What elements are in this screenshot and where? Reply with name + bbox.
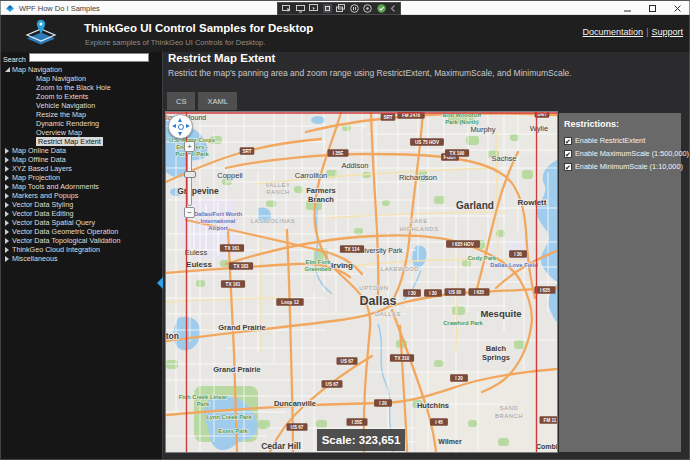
pan-down-icon[interactable] [178, 132, 182, 136]
documentation-link[interactable]: Documentation [583, 27, 644, 37]
minimize-button[interactable] [615, 1, 640, 16]
tree-item-map-tools-and-adornments[interactable]: Map Tools and Adornments [0, 182, 161, 191]
tree-item-map-projection[interactable]: Map Projection [0, 173, 161, 182]
tab-xaml[interactable]: XAML [198, 92, 236, 110]
tree-item-zoom-to-the-black-hole[interactable]: Zoom to the Black Hole [0, 83, 161, 92]
tree-item-markers-and-popups[interactable]: Markers and Popups [0, 191, 161, 200]
tree-item-map-online-data[interactable]: Map Online Data [0, 146, 161, 155]
tree-item-label: Map Projection [12, 173, 60, 182]
map-label-city: Combine [536, 443, 557, 450]
tree-item-label: Dynamic Rendering [36, 119, 99, 128]
map-label-park: Greenbelt [304, 266, 331, 272]
map-label-city: Grapevine [177, 186, 219, 196]
tree-item-zoom-to-extents[interactable]: Zoom to Extents [0, 92, 161, 101]
element-box-icon[interactable] [323, 4, 332, 13]
checkbox-icon[interactable]: ✔ [564, 137, 572, 145]
header-title: ThinkGeo UI Control Samples for Desktop [84, 22, 313, 34]
pan-left-icon[interactable] [172, 124, 176, 128]
tree-item-map-offline-data[interactable]: Map Offline Data [0, 155, 161, 164]
tree-item-map-navigation[interactable]: Map Navigation [0, 65, 161, 74]
collapsed-arrow-icon[interactable] [5, 256, 9, 262]
collapsed-arrow-icon[interactable] [5, 247, 9, 253]
highway-shield-label: I 635 [474, 290, 485, 295]
map-label-city: Rowlett [518, 198, 547, 207]
checkbox-icon[interactable]: ✔ [564, 150, 572, 158]
map-label-neighborhood: VALLEY [265, 182, 290, 188]
zoom-out-button[interactable]: − [184, 207, 195, 218]
pan-control[interactable] [168, 114, 193, 139]
support-link[interactable]: Support [651, 27, 683, 37]
tree-item-label: Zoom to the Black Hole [36, 83, 111, 92]
checkbox-enable-restrictextent[interactable]: ✔Enable RestrictExtent [564, 134, 681, 147]
tab-cs[interactable]: CS [167, 92, 195, 110]
tree-item-miscellaneous[interactable]: Miscellaneous [0, 254, 161, 263]
tree-item-vector-data-editing[interactable]: Vector Data Editing [0, 209, 161, 218]
expanded-arrow-icon[interactable] [5, 67, 10, 72]
zoom-slider-track[interactable] [187, 153, 192, 206]
cursor-window-icon[interactable] [309, 4, 318, 13]
tree-item-xyz-based-layers[interactable]: XYZ Based Layers [0, 164, 161, 173]
highway-shield-label: TX 190 [450, 151, 465, 156]
link-separator: | [646, 27, 648, 37]
checkbox-enable-maximumscale-1-500-000-[interactable]: ✔Enable MaximumScale (1:500,000) [564, 147, 681, 160]
select-element-icon[interactable] [282, 4, 291, 13]
map-view[interactable]: Flower MoundGrapevineCoppellCarrolltonFa… [165, 111, 558, 453]
window-title: WPF How Do I Samples [19, 4, 100, 13]
collapsed-arrow-icon[interactable] [5, 193, 9, 199]
tree-item-vector-data-spatial-query[interactable]: Vector Data Spatial Query [0, 218, 161, 227]
tree-item-label: Restrict Map Extent [36, 137, 103, 146]
tree-item-resize-the-map[interactable]: Resize the Map [0, 110, 161, 119]
collapsed-arrow-icon[interactable] [5, 229, 9, 235]
info-circle-icon[interactable] [363, 4, 372, 13]
cascade-windows-icon[interactable] [336, 4, 345, 13]
collapsed-arrow-icon[interactable] [5, 175, 9, 181]
collapsed-arrow-icon[interactable] [5, 148, 9, 154]
pan-right-icon[interactable] [186, 124, 190, 128]
titlebar: WPF How Do I Samples [0, 0, 690, 15]
maximize-button[interactable] [640, 1, 665, 16]
checkbox-icon[interactable]: ✔ [564, 163, 572, 171]
tree-item-vector-data-styling[interactable]: Vector Data Styling [0, 200, 161, 209]
collapsed-arrow-icon[interactable] [5, 211, 9, 217]
collapsed-arrow-icon[interactable] [5, 238, 9, 244]
map-label-city: Garland [456, 200, 494, 211]
collapsed-arrow-icon[interactable] [5, 202, 9, 208]
pause-circle-icon[interactable] [350, 4, 359, 13]
map-label-city: Irving [331, 261, 353, 270]
sample-tree: Map NavigationMap NavigationZoom to the … [0, 65, 161, 263]
zoom-in-button[interactable]: + [184, 141, 195, 152]
zoom-slider-thumb[interactable] [184, 171, 196, 178]
map-label-city: Springs [482, 353, 510, 362]
map-label-city: Addison [341, 161, 368, 170]
checkbox-enable-minimumscale-1-10-000-[interactable]: ✔Enable MinimumScale (1:10,000) [564, 160, 681, 173]
highway-shield-label: TX 114 [345, 247, 360, 252]
restrictions-checkboxes: ✔Enable RestrictExtent✔Enable MaximumSca… [564, 134, 681, 173]
tree-item-thinkgeo-cloud-integration[interactable]: ThinkGeo Cloud Integration [0, 245, 161, 254]
tree-item-map-navigation[interactable]: Map Navigation [0, 74, 161, 83]
collapsed-arrow-icon[interactable] [5, 184, 9, 190]
collapsed-arrow-icon[interactable] [5, 166, 9, 172]
collapsed-arrow-icon[interactable] [5, 220, 9, 226]
highway-shield-label: TX 183 [234, 264, 249, 269]
tree-item-dynamic-rendering[interactable]: Dynamic Rendering [0, 119, 161, 128]
close-button[interactable] [665, 1, 690, 16]
tree-item-vehicle-navigation[interactable]: Vehicle Navigation [0, 101, 161, 110]
checkbox-label: Enable MaximumScale (1:500,000) [575, 149, 689, 158]
tree-item-vector-data-geometric-operation[interactable]: Vector Data Geometric Operation [0, 227, 161, 236]
highway-shield-label: US 75 HOV [415, 140, 440, 145]
tree-item-overview-map[interactable]: Overview Map [0, 128, 161, 137]
highway-shield-label: Loop 12 [281, 300, 299, 305]
chevron-left-icon[interactable] [390, 4, 396, 13]
tree-item-restrict-map-extent[interactable]: Restrict Map Extent [0, 137, 161, 146]
monitor-icon[interactable] [296, 4, 305, 13]
pan-up-icon[interactable] [178, 118, 182, 122]
highway-shield-label: I 30 [408, 291, 416, 296]
highway-shield-label: I 35E [352, 420, 363, 425]
map-label-city: Cedar Hill [261, 441, 301, 451]
sidebar-collapse-chevron[interactable] [157, 277, 163, 289]
hot-reload-check-icon[interactable] [377, 4, 386, 13]
pan-center-icon[interactable] [178, 124, 184, 130]
tree-item-vector-data-topological-validation[interactable]: Vector Data Topological Validation [0, 236, 161, 245]
collapsed-arrow-icon[interactable] [5, 157, 9, 163]
search-input[interactable] [29, 53, 149, 62]
